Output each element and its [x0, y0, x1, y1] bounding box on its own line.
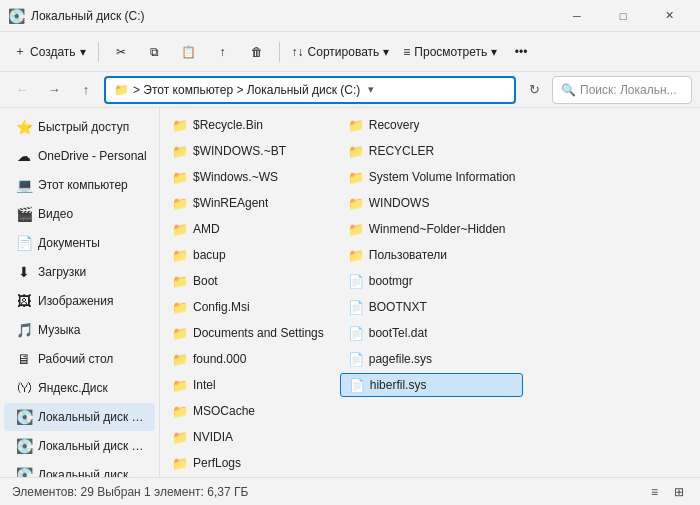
- sidebar-item-documents[interactable]: 📄 Документы: [4, 229, 155, 257]
- list-item[interactable]: 📄 pagefile.sys: [340, 347, 524, 371]
- file-column-2: 📁 Recovery 📁 RECYCLER 📁 System Volume In…: [336, 112, 528, 398]
- close-button[interactable]: ✕: [646, 0, 692, 32]
- copy-button[interactable]: ⧉: [139, 36, 171, 68]
- share-icon: ↑: [220, 45, 226, 59]
- maximize-button[interactable]: □: [600, 0, 646, 32]
- sidebar-label-this-pc: Этот компьютер: [38, 178, 147, 192]
- sidebar-icon-d-drive: 💽: [16, 438, 32, 454]
- sidebar-icon-music: 🎵: [16, 322, 32, 338]
- address-bar-row: ← → ↑ 📁 > Этот компьютер > Локальный дис…: [0, 72, 700, 108]
- cut-button[interactable]: ✂: [105, 36, 137, 68]
- file-icon: 📄: [348, 274, 364, 289]
- window-icon: 💽: [8, 8, 25, 24]
- sort-icon: ↑↓: [292, 45, 304, 59]
- sidebar-item-music[interactable]: 🎵 Музыка: [4, 316, 155, 344]
- sidebar-label-images: Изображения: [38, 294, 147, 308]
- sidebar-label-music: Музыка: [38, 323, 147, 337]
- list-item[interactable]: 📁 Recovery: [340, 113, 524, 137]
- sidebar-icon-quick-access: ⭐: [16, 119, 32, 135]
- create-button[interactable]: ＋ Создать ▾: [8, 36, 92, 68]
- sidebar-icon-c-drive: 💽: [16, 409, 32, 425]
- minimize-button[interactable]: ─: [554, 0, 600, 32]
- list-item[interactable]: 📄 BOOTNXT: [340, 295, 524, 319]
- sidebar-item-images[interactable]: 🖼 Изображения: [4, 287, 155, 315]
- sidebar-item-quick-access[interactable]: ⭐ Быстрый доступ: [4, 113, 155, 141]
- delete-icon: 🗑: [251, 45, 263, 59]
- title-bar: 💽 Локальный диск (C:) ─ □ ✕: [0, 0, 700, 32]
- file-name: AMD: [193, 222, 220, 236]
- list-item[interactable]: 📁 $Windows.~WS: [164, 165, 332, 189]
- sidebar-label-c-drive: Локальный диск (C:): [38, 410, 147, 424]
- file-name: WINDOWS: [369, 196, 430, 210]
- list-item[interactable]: 📁 Boot: [164, 269, 332, 293]
- file-icon: 📄: [348, 326, 364, 341]
- search-icon: 🔍: [561, 83, 576, 97]
- file-area: 📁 $Recycle.Bin 📁 $WINDOWS.~BT 📁 $Windows…: [160, 108, 700, 477]
- folder-icon: 📁: [172, 430, 188, 445]
- folder-icon: 📁: [348, 144, 364, 159]
- file-name: Intel: [193, 378, 216, 392]
- forward-button[interactable]: →: [40, 76, 68, 104]
- list-item[interactable]: 📁 bacup: [164, 243, 332, 267]
- list-item[interactable]: 📁 Пользователи: [340, 243, 524, 267]
- list-item[interactable]: 📁 $WINDOWS.~BT: [164, 139, 332, 163]
- address-dropdown-icon[interactable]: ▾: [368, 83, 374, 96]
- sidebar-item-yandex[interactable]: 🄨 Яндекс.Диск: [4, 374, 155, 402]
- file-name: Recovery: [369, 118, 420, 132]
- list-item[interactable]: 📁 AMD: [164, 217, 332, 241]
- sidebar-icon-desktop: 🖥: [16, 351, 32, 367]
- search-box[interactable]: 🔍 Поиск: Локальн...: [552, 76, 692, 104]
- sidebar-icon-this-pc: 💻: [16, 177, 32, 193]
- sort-button[interactable]: ↑↓ Сортировать ▾: [286, 36, 396, 68]
- main-content: ⭐ Быстрый доступ ☁ OneDrive - Personal 💻…: [0, 108, 700, 477]
- list-item[interactable]: 📁 System Volume Information: [340, 165, 524, 189]
- view-button[interactable]: ≡ Просмотреть ▾: [397, 36, 503, 68]
- sidebar-item-downloads[interactable]: ⬇ Загрузки: [4, 258, 155, 286]
- sidebar-item-c-drive[interactable]: 💽 Локальный диск (C:): [4, 403, 155, 431]
- paste-button[interactable]: 📋: [173, 36, 205, 68]
- list-item[interactable]: 📁 WINDOWS: [340, 191, 524, 215]
- list-view-button[interactable]: ≡: [647, 483, 662, 501]
- delete-button[interactable]: 🗑: [241, 36, 273, 68]
- list-item[interactable]: 📁 Winmend~Folder~Hidden: [340, 217, 524, 241]
- share-button[interactable]: ↑: [207, 36, 239, 68]
- sidebar-item-d-drive[interactable]: 💽 Локальный диск (D:): [4, 432, 155, 460]
- sidebar-label-d-drive: Локальный диск (D:): [38, 439, 147, 453]
- list-item[interactable]: 📄 bootmgr: [340, 269, 524, 293]
- sidebar: ⭐ Быстрый доступ ☁ OneDrive - Personal 💻…: [0, 108, 160, 477]
- more-button[interactable]: •••: [505, 36, 537, 68]
- sidebar-item-this-pc[interactable]: 💻 Этот компьютер: [4, 171, 155, 199]
- list-item[interactable]: 📄 hiberfil.sys: [340, 373, 524, 397]
- list-item[interactable]: 📁 $Recycle.Bin: [164, 113, 332, 137]
- sidebar-item-h-drive[interactable]: 💽 Локальный диск (H:): [4, 461, 155, 477]
- list-item[interactable]: 📄 bootTel.dat: [340, 321, 524, 345]
- list-item[interactable]: 📁 RECYCLER: [340, 139, 524, 163]
- sidebar-item-desktop[interactable]: 🖥 Рабочий стол: [4, 345, 155, 373]
- list-item[interactable]: 📁 Intel: [164, 373, 332, 397]
- folder-icon: 📁: [172, 248, 188, 263]
- sidebar-icon-onedrive: ☁: [16, 148, 32, 164]
- list-item[interactable]: 📁 Documents and Settings: [164, 321, 332, 345]
- file-name: RECYCLER: [369, 144, 434, 158]
- list-item[interactable]: 📁 PerfLogs: [164, 451, 332, 475]
- sidebar-item-video[interactable]: 🎬 Видео: [4, 200, 155, 228]
- sidebar-item-onedrive[interactable]: ☁ OneDrive - Personal: [4, 142, 155, 170]
- status-info: Элементов: 29 Выбран 1 элемент: 6,37 ГБ: [12, 485, 248, 499]
- file-name: bootTel.dat: [369, 326, 428, 340]
- back-button[interactable]: ←: [8, 76, 36, 104]
- list-item[interactable]: 📁 NVIDIA: [164, 425, 332, 449]
- up-button[interactable]: ↑: [72, 76, 100, 104]
- list-item[interactable]: 📁 Config.Msi: [164, 295, 332, 319]
- address-bar[interactable]: 📁 > Этот компьютер > Локальный диск (C:)…: [104, 76, 516, 104]
- list-item[interactable]: 📁 MSOCache: [164, 399, 332, 423]
- file-name: Winmend~Folder~Hidden: [369, 222, 506, 236]
- file-name: found.000: [193, 352, 246, 366]
- file-icon: 📄: [348, 352, 364, 367]
- list-item[interactable]: 📁 $WinREAgent: [164, 191, 332, 215]
- file-name: Config.Msi: [193, 300, 250, 314]
- list-item[interactable]: 📁 found.000: [164, 347, 332, 371]
- file-name: $WinREAgent: [193, 196, 268, 210]
- refresh-button[interactable]: ↻: [520, 76, 548, 104]
- plus-icon: ＋: [14, 43, 26, 60]
- grid-view-button[interactable]: ⊞: [670, 483, 688, 501]
